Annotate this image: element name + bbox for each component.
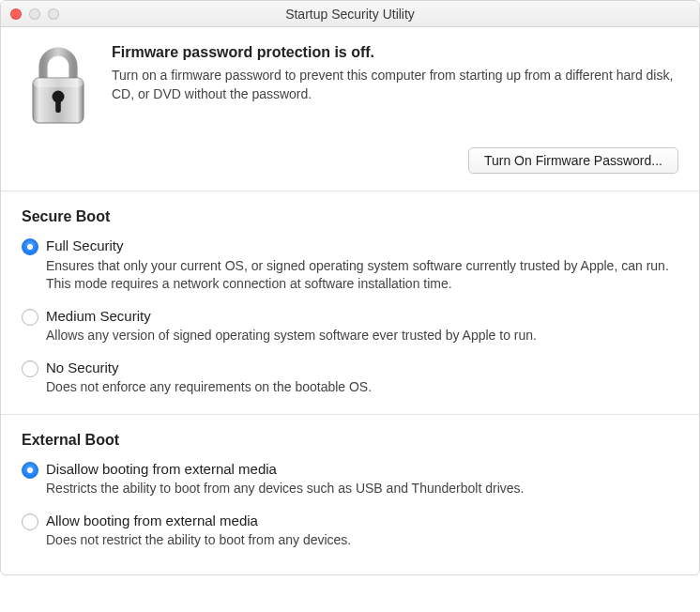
svg-rect-1 bbox=[33, 78, 84, 87]
svg-rect-3 bbox=[55, 99, 61, 113]
radio-label: Full Security bbox=[46, 237, 678, 255]
radio-label: Medium Security bbox=[46, 307, 678, 326]
radio-label: No Security bbox=[46, 359, 678, 377]
radio-button-icon bbox=[22, 309, 38, 326]
window: Startup Security Utility bbox=[0, 0, 700, 575]
window-title: Startup Security Utility bbox=[1, 7, 699, 22]
secure-boot-section: Secure Boot Full Security Ensures that o… bbox=[1, 191, 699, 415]
traffic-lights bbox=[1, 8, 59, 20]
radio-button-icon bbox=[22, 462, 38, 479]
radio-allow-external[interactable]: Allow booting from external media Does n… bbox=[22, 512, 678, 550]
radio-full-security[interactable]: Full Security Ensures that only your cur… bbox=[22, 237, 678, 294]
lock-icon bbox=[22, 44, 95, 127]
firmware-description: Turn on a firmware password to prevent t… bbox=[112, 67, 678, 103]
firmware-password-section: Firmware password protection is off. Tur… bbox=[1, 27, 699, 191]
firmware-heading: Firmware password protection is off. bbox=[112, 44, 678, 61]
radio-description: Ensures that only your current OS, or si… bbox=[46, 257, 678, 294]
radio-disallow-external[interactable]: Disallow booting from external media Res… bbox=[22, 460, 678, 498]
radio-description: Does not restrict the ability to boot fr… bbox=[46, 531, 678, 550]
radio-no-security[interactable]: No Security Does not enforce any require… bbox=[22, 359, 678, 397]
radio-label: Disallow booting from external media bbox=[46, 460, 678, 479]
radio-medium-security[interactable]: Medium Security Allows any version of si… bbox=[22, 307, 678, 345]
radio-button-icon bbox=[22, 360, 38, 377]
radio-description: Allows any version of signed operating s… bbox=[46, 327, 678, 345]
radio-button-icon bbox=[22, 513, 38, 530]
radio-description: Does not enforce any requirements on the… bbox=[46, 378, 678, 397]
external-boot-heading: External Boot bbox=[22, 432, 678, 449]
radio-button-icon bbox=[22, 238, 38, 255]
window-zoom-button[interactable] bbox=[48, 8, 59, 20]
window-close-button[interactable] bbox=[10, 8, 22, 20]
window-minimize-button[interactable] bbox=[29, 8, 40, 20]
titlebar: Startup Security Utility bbox=[1, 1, 699, 27]
external-boot-section: External Boot Disallow booting from exte… bbox=[1, 415, 699, 574]
radio-description: Restricts the ability to boot from any d… bbox=[46, 480, 678, 498]
secure-boot-heading: Secure Boot bbox=[22, 208, 678, 225]
turn-on-firmware-password-button[interactable]: Turn On Firmware Password... bbox=[468, 147, 678, 174]
radio-label: Allow booting from external media bbox=[46, 512, 678, 530]
